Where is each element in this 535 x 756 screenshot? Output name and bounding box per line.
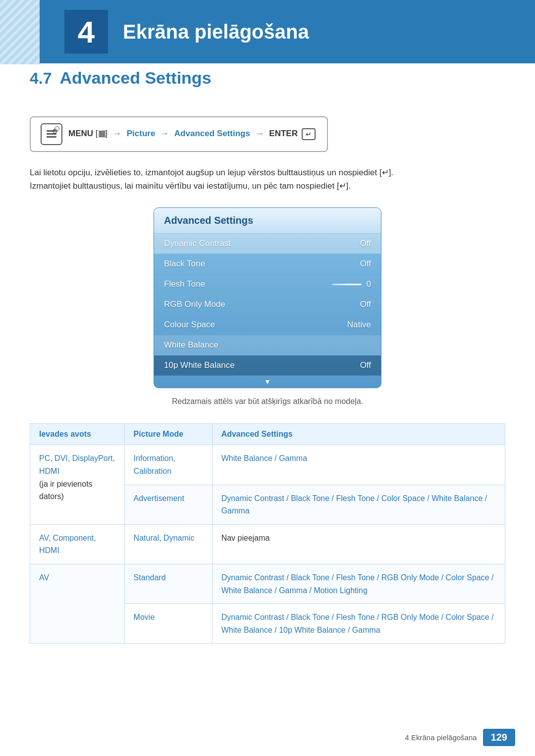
colour-space-value: Native: [347, 320, 371, 330]
flesh-tone-slider: [332, 284, 362, 285]
nav-item-picture: Picture: [127, 129, 156, 138]
enter-icon: ↵: [302, 128, 316, 140]
10p-white-balance-value: Off: [360, 360, 371, 370]
source-3: AV, Component, HDMI: [39, 534, 96, 555]
section-title: Advanced Settings: [59, 68, 211, 88]
flesh-tone-right: 0: [332, 279, 371, 289]
10p-white-balance-label: 10p White Balance: [164, 360, 235, 370]
chapter-title: Ekrāna pielāgošana: [123, 21, 309, 43]
mode-3: Natural, Dynamic: [134, 534, 195, 542]
table-cell-mode-1: Information, Calibration: [124, 445, 212, 485]
menu-title: Advanced Settings: [154, 208, 381, 234]
settings-4: Dynamic Contrast / Black Tone / Flesh To…: [221, 573, 494, 595]
settings-1: White Balance / Gamma: [221, 454, 307, 462]
more-indicator: ▼: [154, 376, 381, 388]
table-row: AV Standard Dynamic Contrast / Black Ton…: [30, 564, 505, 604]
nav-arrow-2: →: [160, 129, 171, 138]
content-area: 4.7 Advanced Settings MENU [▦] → Picture…: [0, 68, 535, 673]
settings-5: Dynamic Contrast / Black Tone / Flesh To…: [221, 613, 494, 634]
table-cell-source-1: PC, DVI, DisplayPort, HDMI (ja ir pievie…: [30, 445, 125, 524]
black-tone-value: Off: [360, 259, 371, 269]
source-4: AV: [39, 573, 49, 582]
mode-1: Information, Calibration: [134, 454, 175, 475]
dynamic-contrast-label: Dynamic Contrast: [164, 239, 231, 249]
menu-item-10p-white-balance[interactable]: 10p White Balance Off: [154, 355, 381, 376]
table-row: PC, DVI, DisplayPort, HDMI (ja ir pievie…: [30, 445, 505, 485]
menu-item-colour-space[interactable]: Colour Space Native: [154, 315, 381, 335]
settings-3: Nav pieejama: [221, 534, 270, 542]
menu-icon: [41, 123, 62, 145]
table-cell-settings-5: Dynamic Contrast / Black Tone / Flesh To…: [212, 604, 505, 644]
mode-2: Advertisement: [134, 494, 184, 503]
table-header-settings: Advanced Settings: [212, 424, 505, 445]
menu-item-rgb-only[interactable]: RGB Only Mode Off: [154, 295, 381, 315]
menu-item-black-tone[interactable]: Black Tone Off: [154, 254, 381, 274]
table-cell-source-4: AV: [30, 564, 125, 643]
table-cell-mode-3: Natural, Dynamic: [124, 524, 212, 564]
chapter-number: 4: [64, 10, 108, 53]
page-footer: 4 Ekrāna pielāgošana 129: [405, 729, 515, 746]
white-balance-label: White Balance: [164, 340, 218, 350]
table-cell-mode-4: Standard: [124, 564, 212, 604]
menu-item-dynamic-contrast[interactable]: Dynamic Contrast Off: [154, 234, 381, 254]
table-cell-mode-2: Advertisement: [124, 485, 212, 524]
page: 4 Ekrāna pielāgošana 4.7 Advanced Settin…: [0, 0, 535, 756]
svg-rect-2: [47, 136, 56, 138]
menu-screenshot: Advanced Settings Dynamic Contrast Off B…: [30, 207, 505, 388]
menu-caption: Redzamais attēls var būt atšķirīgs atkar…: [30, 397, 505, 406]
section-number: 4.7: [30, 69, 52, 88]
menu-item-flesh-tone[interactable]: Flesh Tone 0: [154, 274, 381, 295]
nav-path-text: MENU [▦] → Picture → Advanced Settings →…: [68, 128, 317, 140]
colour-space-label: Colour Space: [164, 320, 215, 330]
menu-bracket-close: ]: [106, 129, 108, 138]
source-1-text: PC, DVI, DisplayPort, HDMI: [39, 454, 115, 475]
table-header-mode: Picture Mode: [124, 424, 212, 445]
mode-5: Movie: [134, 613, 155, 621]
table-cell-source-3: AV, Component, HDMI: [30, 524, 125, 564]
source-1-sub: (ja ir pievienots dators): [39, 480, 93, 501]
header-stripes: [0, 0, 40, 64]
menu-bracket-icon: ▦: [98, 129, 106, 138]
footer-text: 4 Ekrāna pielāgošana: [405, 733, 477, 742]
svg-rect-0: [47, 130, 56, 132]
table-cell-settings-3: Nav pieejama: [212, 524, 505, 564]
black-tone-label: Black Tone: [164, 259, 205, 269]
flesh-tone-label: Flesh Tone: [164, 279, 205, 289]
table-cell-settings-2: Dynamic Contrast / Black Tone / Flesh To…: [212, 485, 505, 524]
nav-path-box: MENU [▦] → Picture → Advanced Settings →…: [30, 116, 328, 152]
rgb-only-value: Off: [360, 300, 371, 309]
description-block: Lai lietotu opciju, izvēlieties to, izma…: [30, 166, 505, 193]
settings-2: Dynamic Contrast / Black Tone / Flesh To…: [221, 494, 487, 515]
enter-label: ENTER: [269, 129, 298, 138]
dynamic-contrast-value: Off: [360, 239, 371, 249]
menu-label: MENU: [68, 129, 93, 138]
table-row: AV, Component, HDMI Natural, Dynamic Nav…: [30, 524, 505, 564]
nav-arrow-1: →: [113, 129, 124, 138]
description-line2: Izmantojiet bulttaustiņus, lai mainītu v…: [30, 179, 505, 193]
table-cell-settings-4: Dynamic Contrast / Black Tone / Flesh To…: [212, 564, 505, 604]
flesh-tone-value: 0: [367, 279, 371, 289]
description-line1: Lai lietotu opciju, izvēlieties to, izma…: [30, 166, 505, 179]
advanced-settings-menu: Advanced Settings Dynamic Contrast Off B…: [154, 207, 381, 388]
table-cell-mode-5: Movie: [124, 604, 212, 644]
menu-item-white-balance[interactable]: White Balance: [154, 335, 381, 355]
nav-item-advanced: Advanced Settings: [174, 129, 250, 138]
mode-4: Standard: [134, 573, 166, 582]
page-number: 129: [483, 729, 515, 746]
rgb-only-label: RGB Only Mode: [164, 300, 225, 309]
chapter-header: 4 Ekrāna pielāgošana: [0, 0, 535, 63]
settings-table: Ievades avots Picture Mode Advanced Sett…: [30, 423, 505, 644]
table-header-source: Ievades avots: [30, 424, 125, 445]
section-heading-row: 4.7 Advanced Settings: [30, 68, 505, 102]
nav-arrow-3: →: [256, 129, 267, 138]
table-cell-settings-1: White Balance / Gamma: [212, 445, 505, 485]
